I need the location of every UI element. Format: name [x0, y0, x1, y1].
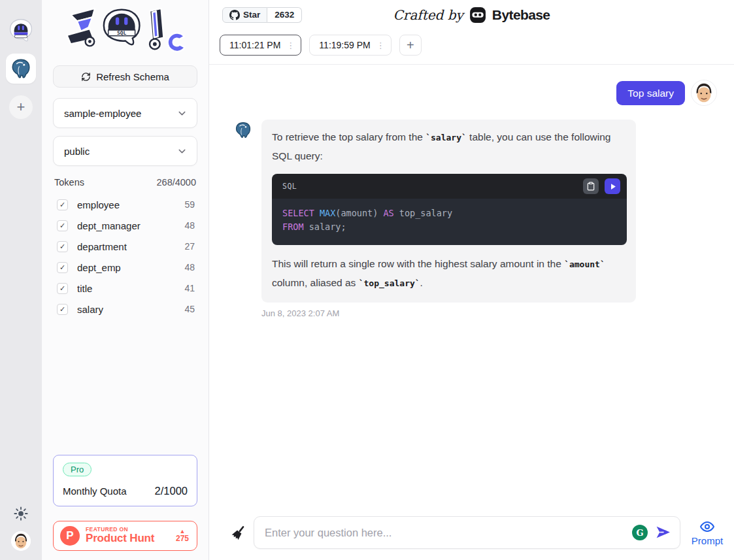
product-hunt-logo-icon: P — [60, 526, 80, 546]
pro-badge: Pro — [63, 463, 92, 476]
schema-sidebar: SQL Refresh Schema sampl — [42, 0, 209, 560]
table-token-count: 48 — [184, 262, 195, 272]
crafted-by-label: Crafted by — [393, 7, 463, 23]
bytebase-logo-icon — [469, 7, 486, 24]
send-button[interactable] — [654, 524, 671, 541]
user-message-bubble: Top salary — [616, 81, 685, 105]
tab-label: 11:19:59 PM — [319, 40, 370, 50]
table-token-count: 41 — [184, 283, 195, 293]
add-connection-button[interactable]: + — [9, 95, 33, 119]
top-bar: Star 2632 Crafted by Bytebase — [209, 0, 734, 29]
table-row-dept-emp[interactable]: ✓ dept_emp 48 — [53, 257, 197, 278]
assistant-message-row: To retrieve the top salary from the `sal… — [234, 120, 717, 303]
workspace-rail: + — [0, 0, 42, 560]
product-hunt-name: Product Hunt — [86, 533, 170, 545]
composer-bar: G Prompt — [209, 516, 734, 560]
code-block-header: SQL — [272, 174, 627, 199]
table-list: ✓ employee 59 ✓ dept_manager 48 ✓ depart… — [53, 194, 197, 320]
bytebase-brand-name: Bytebase — [492, 7, 550, 23]
sqlchat-logo: SQL — [53, 0, 197, 60]
tokens-summary: Tokens 268/4000 — [54, 177, 196, 188]
table-row-title[interactable]: ✓ title 41 — [53, 278, 197, 299]
table-token-count: 45 — [184, 304, 195, 314]
refresh-schema-label: Refresh Schema — [96, 71, 169, 82]
quota-value: 2/1000 — [155, 485, 188, 497]
database-select-value: sample-employee — [64, 108, 141, 119]
assistant-message-bubble: To retrieve the top salary from the `sal… — [261, 120, 636, 303]
chat-main: Star 2632 Crafted by Bytebase 11:01:21 P… — [209, 0, 734, 560]
conversation-tab[interactable]: 11:19:59 PM ⋮ — [309, 35, 391, 56]
conversation-tabbar: 11:01:21 PM ⋮ 11:19:59 PM ⋮ + — [209, 29, 734, 65]
chevron-down-icon — [176, 108, 188, 119]
tab-menu-icon[interactable]: ⋮ — [375, 41, 386, 50]
conversation-tab-active[interactable]: 11:01:21 PM ⋮ — [220, 35, 301, 56]
grammarly-icon[interactable]: G — [632, 525, 648, 540]
copy-code-button[interactable] — [583, 178, 599, 194]
new-conversation-button[interactable]: + — [399, 35, 422, 56]
sql-code-block: SQL — [272, 174, 627, 245]
table-name: dept_emp — [77, 262, 184, 273]
schema-select[interactable]: public — [53, 136, 197, 166]
refresh-icon — [81, 72, 91, 82]
theme-toggle-sun-icon[interactable] — [14, 506, 28, 521]
table-row-salary[interactable]: ✓ salary 45 — [53, 299, 197, 320]
checkbox-checked[interactable]: ✓ — [57, 283, 68, 294]
star-count: 2632 — [267, 7, 302, 23]
table-name: department — [77, 241, 184, 252]
tab-menu-icon[interactable]: ⋮ — [285, 41, 296, 50]
plus-icon: + — [17, 100, 25, 114]
clear-conversation-broom-icon[interactable] — [230, 524, 247, 541]
tokens-value: 268/4000 — [157, 177, 196, 188]
schema-select-value: public — [64, 146, 90, 157]
prompt-button[interactable]: Prompt — [687, 519, 727, 546]
checkbox-checked[interactable]: ✓ — [57, 241, 68, 252]
user-message-row: Top salary — [234, 80, 717, 106]
checkbox-checked[interactable]: ✓ — [57, 220, 68, 231]
assistant-paragraph-2: This will return a single row with the h… — [272, 255, 626, 293]
tab-label: 11:01:21 PM — [229, 40, 280, 50]
table-name: employee — [77, 199, 184, 210]
sqlchat-bot-icon[interactable] — [8, 18, 33, 43]
svg-text:SQL: SQL — [117, 30, 126, 36]
checkbox-checked[interactable]: ✓ — [57, 304, 68, 315]
paper-plane-icon — [655, 524, 671, 540]
sidebar-spacer — [53, 320, 197, 455]
table-name: salary — [77, 304, 184, 315]
inline-code: `amount` — [564, 259, 605, 269]
run-query-button[interactable] — [605, 178, 620, 194]
user-account-avatar[interactable] — [11, 531, 31, 551]
prompt-label: Prompt — [692, 535, 723, 546]
table-row-dept-manager[interactable]: ✓ dept_manager 48 — [53, 215, 197, 236]
tokens-label: Tokens — [54, 177, 84, 188]
table-token-count: 27 — [184, 241, 195, 252]
table-name: title — [77, 283, 184, 294]
inline-code: `top_salary` — [359, 278, 420, 288]
plus-icon: + — [407, 38, 414, 53]
upvote-count: ▲ 275 — [176, 528, 189, 544]
postgres-connection-item[interactable] — [6, 54, 36, 84]
assistant-paragraph-1: To retrieve the top salary from the `sal… — [272, 128, 626, 165]
clipboard-icon — [586, 182, 595, 191]
table-row-department[interactable]: ✓ department 27 — [53, 236, 197, 257]
inline-code: `salary` — [425, 133, 467, 142]
star-label: Star — [243, 10, 260, 20]
table-token-count: 59 — [184, 199, 195, 210]
message-list: Top salary — [209, 65, 734, 560]
code-body: SELECT MAX(amount) AS top_salary FROM sa… — [272, 199, 627, 245]
refresh-schema-button[interactable]: Refresh Schema — [53, 65, 197, 88]
chevron-down-icon — [176, 146, 188, 157]
checkbox-checked[interactable]: ✓ — [57, 199, 68, 210]
product-hunt-badge[interactable]: P FEATURED ON Product Hunt ▲ 275 — [53, 521, 197, 551]
crafted-by-bytebase[interactable]: Crafted by Bytebase — [393, 7, 550, 24]
message-timestamp: Jun 8, 2023 2:07 AM — [261, 308, 717, 318]
table-row-employee[interactable]: ✓ employee 59 — [53, 194, 197, 215]
github-icon — [229, 10, 240, 20]
postgresql-icon — [10, 58, 32, 80]
table-token-count: 48 — [184, 220, 195, 231]
question-input[interactable] — [265, 527, 632, 539]
play-icon — [608, 182, 618, 191]
checkbox-checked[interactable]: ✓ — [57, 262, 68, 273]
code-language-label: SQL — [282, 177, 297, 195]
github-star-button[interactable]: Star 2632 — [222, 7, 302, 23]
database-select[interactable]: sample-employee — [53, 98, 197, 128]
